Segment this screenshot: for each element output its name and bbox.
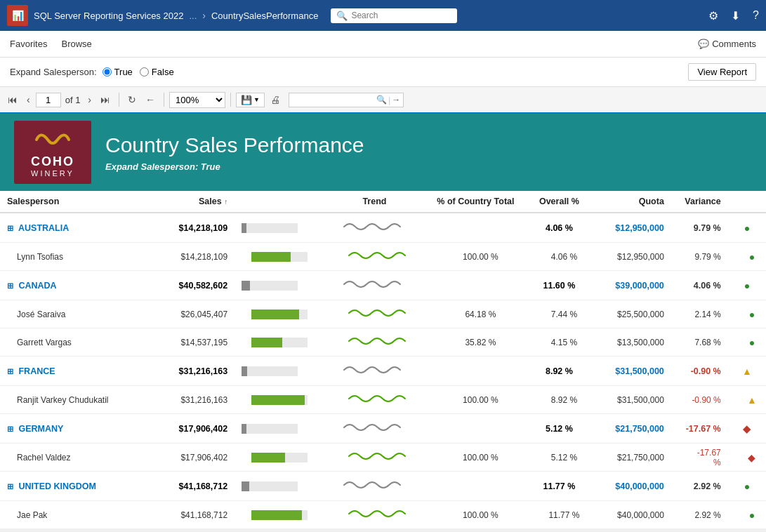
export-button[interactable]: 💾 ▼ — [236, 93, 265, 107]
prev-page-button[interactable]: ‹ — [23, 92, 34, 107]
radio-true[interactable]: True — [103, 67, 133, 77]
person-bar-cell — [235, 444, 325, 472]
last-page-button[interactable]: ⏭ — [97, 92, 114, 107]
person-trend — [325, 328, 423, 357]
country-quota: $12,950,000 — [591, 213, 671, 243]
search-box[interactable]: 🔍 — [331, 8, 457, 23]
country-name-cell: ⊞ GERMANY — [0, 414, 143, 444]
person-status: ● — [728, 300, 766, 328]
view-report-button[interactable]: View Report — [688, 63, 756, 81]
country-bar-fill — [242, 223, 246, 233]
search-input[interactable] — [351, 11, 451, 20]
expand-icon[interactable]: ⊞ — [7, 281, 13, 290]
person-row: Rachel Valdez $17,906,402 100.00 % 5.12 … — [0, 444, 766, 472]
person-status: ● — [728, 243, 766, 271]
zoom-select[interactable]: 100% 75% 50% 150% 200% Page Width Whole … — [169, 92, 225, 108]
page-number-input[interactable] — [36, 93, 61, 107]
status-icon: ◆ — [743, 423, 751, 434]
subtitle-label: Expand Salesperson: — [105, 161, 198, 172]
next-page-button[interactable]: › — [84, 92, 95, 107]
person-quota: $21,750,000 — [591, 444, 671, 472]
person-variance: 9.79 % — [671, 243, 728, 271]
person-trend — [325, 444, 423, 472]
country-pct-country — [424, 271, 527, 300]
toolbar-search-next[interactable]: → — [392, 95, 400, 105]
person-quota: $13,500,000 — [591, 328, 671, 357]
country-bar-bg — [242, 481, 298, 491]
country-bar-bg — [242, 281, 298, 291]
country-bar-cell — [235, 271, 325, 300]
country-row: ⊞ FRANCE $31,216,163 8.92 % $31,500,000 … — [0, 357, 766, 386]
person-variance: 7.68 % — [671, 328, 728, 357]
status-icon: ● — [744, 280, 750, 291]
download-icon[interactable]: ⬇ — [731, 9, 740, 22]
person-name-cell: Garrett Vargas — [0, 328, 143, 357]
country-name-text: CANADA — [18, 281, 56, 291]
person-bar-bg — [251, 252, 308, 262]
first-page-button[interactable]: ⏮ — [4, 92, 21, 107]
comments-button[interactable]: 💬 Comments — [698, 39, 756, 49]
country-bar-cell — [235, 414, 325, 444]
country-quota: $40,000,000 — [591, 472, 671, 501]
report-header: COHO WINERY Country Sales Performance Ex… — [0, 114, 766, 191]
radio-false[interactable]: False — [140, 67, 174, 77]
sep1 — [119, 93, 119, 107]
secondary-nav: Favorites Browse 💬 Comments — [0, 31, 766, 58]
person-bar-bg — [251, 510, 308, 520]
country-bar-fill — [242, 366, 247, 376]
person-bar-cell — [235, 328, 325, 357]
person-name-cell: Jae Pak — [0, 501, 143, 529]
country-quota: $31,500,000 — [591, 357, 671, 386]
person-sales: $41,168,712 — [143, 501, 235, 529]
country-name-cell: ⊞ FRANCE — [0, 357, 143, 386]
country-pct-country — [424, 357, 527, 386]
toolbar-search-icon[interactable]: 🔍 — [376, 95, 387, 105]
report-title: Country Sales Performance — [105, 133, 364, 157]
sort-arrow: ↑ — [224, 198, 227, 206]
search-icon: 🔍 — [336, 11, 348, 21]
country-bar-bg — [242, 424, 298, 434]
help-icon[interactable]: ? — [753, 9, 759, 22]
person-overall-pct: 7.44 % — [527, 300, 591, 328]
person-status: ● — [728, 328, 766, 357]
toolbar-search[interactable]: 🔍 | → — [289, 93, 404, 107]
person-overall-pct: 8.92 % — [527, 386, 591, 414]
expand-icon[interactable]: ⊞ — [7, 482, 13, 491]
country-overall-pct: 5.12 % — [527, 414, 591, 444]
nav-browse[interactable]: Browse — [61, 33, 91, 55]
person-status: ● — [728, 501, 766, 529]
person-pct-country: 100.00 % — [424, 243, 527, 271]
print-button[interactable]: 🖨 — [267, 92, 284, 107]
report-subtitle: Expand Salesperson: True — [105, 161, 364, 172]
person-variance: 2.92 % — [671, 501, 728, 529]
country-bar-cell — [235, 213, 325, 243]
sep2 — [164, 93, 164, 107]
report-title-block: Country Sales Performance Expand Salespe… — [105, 133, 364, 172]
person-bar-cell — [235, 300, 325, 328]
status-icon: ▲ — [747, 394, 757, 406]
toolbar-search-input[interactable] — [292, 95, 376, 105]
person-bar-bg — [251, 395, 308, 405]
person-quota: $12,950,000 — [591, 243, 671, 271]
nav-icons: ⚙ ⬇ ? — [708, 9, 759, 22]
expand-icon[interactable]: ⊞ — [7, 224, 13, 232]
country-bar-cell — [235, 357, 325, 386]
person-status: ◆ — [728, 444, 766, 472]
radio-false-label: False — [152, 67, 174, 77]
person-trend — [325, 386, 423, 414]
person-bar-fill — [251, 510, 302, 520]
country-variance: -17.67 % — [671, 414, 728, 444]
person-quota: $40,000,000 — [591, 501, 671, 529]
nav-favorites[interactable]: Favorites — [10, 33, 47, 55]
back-button[interactable]: ← — [142, 92, 159, 107]
country-sales: $41,168,712 — [143, 472, 235, 501]
country-variance: -0.90 % — [671, 357, 728, 386]
subtitle-value: True — [201, 161, 220, 172]
country-status: ● — [728, 472, 766, 501]
toolbar-search-sep: | — [388, 95, 390, 105]
expand-icon[interactable]: ⊞ — [7, 367, 13, 375]
refresh-button[interactable]: ↻ — [124, 92, 140, 107]
person-row: José Saraiva $26,045,407 64.18 % 7.44 % … — [0, 300, 766, 328]
expand-icon[interactable]: ⊞ — [7, 425, 13, 433]
settings-icon[interactable]: ⚙ — [708, 9, 718, 22]
